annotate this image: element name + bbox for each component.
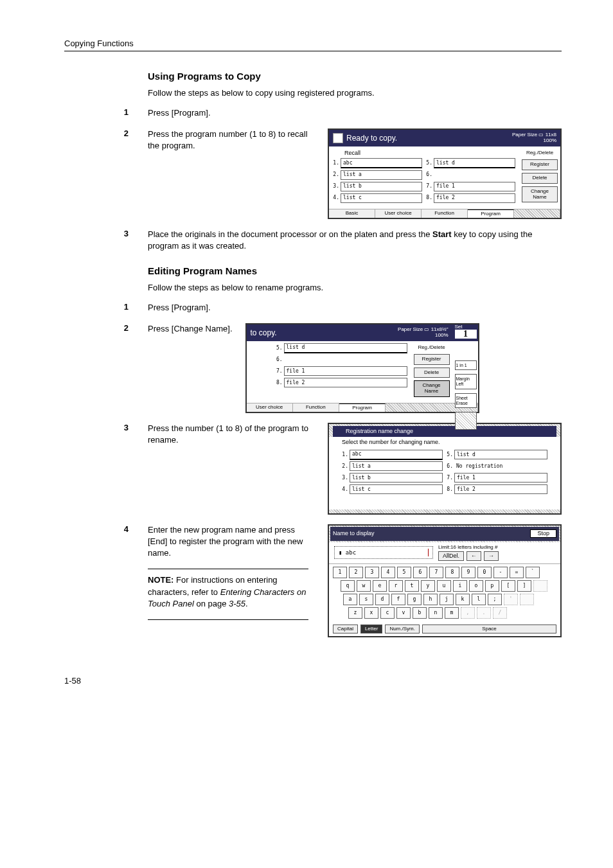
- s2-tab-program[interactable]: Program: [339, 403, 386, 412]
- key-q[interactable]: q: [341, 580, 355, 592]
- s3-prog-4[interactable]: list c: [350, 484, 443, 494]
- screen3-subtitle: Select the number for changing name.: [329, 437, 560, 450]
- key-k[interactable]: k: [456, 594, 470, 605]
- key-2[interactable]: 2: [349, 567, 363, 578]
- quick-1in1[interactable]: 1 in 1: [455, 360, 477, 371]
- s2-tab-user-choice[interactable]: User choice: [247, 403, 293, 412]
- section1-intro: Follow the steps as below to copy using …: [148, 88, 562, 98]
- key-semicolon[interactable]: ;: [488, 594, 502, 605]
- s3-prog-2[interactable]: list a: [350, 461, 443, 471]
- key-7[interactable]: 7: [429, 567, 443, 578]
- key-minus[interactable]: -: [493, 567, 508, 578]
- s2-register-button[interactable]: Register: [414, 354, 450, 365]
- key-n[interactable]: n: [429, 607, 443, 619]
- key-w[interactable]: w: [357, 580, 371, 592]
- key-period[interactable]: .: [477, 607, 491, 619]
- mode-space[interactable]: Space: [422, 624, 556, 633]
- step2-num-4: 4: [64, 524, 148, 534]
- cursor-right-button[interactable]: →: [484, 551, 499, 561]
- key-g[interactable]: g: [407, 594, 422, 605]
- tab-program[interactable]: Program: [468, 209, 514, 218]
- text-cursor-icon: [428, 549, 429, 556]
- key-5[interactable]: 5: [397, 567, 411, 578]
- key-j[interactable]: j: [440, 594, 454, 605]
- alldel-button[interactable]: AllDel.: [438, 551, 464, 561]
- key-c[interactable]: c: [380, 607, 395, 619]
- key-p[interactable]: p: [485, 580, 499, 592]
- cursor-left-button[interactable]: ←: [466, 551, 481, 561]
- mode-num-sym[interactable]: Num./Sym.: [385, 624, 420, 633]
- s3-prog-1[interactable]: abc: [350, 450, 443, 460]
- stop-button[interactable]: Stop: [530, 529, 556, 538]
- key-l[interactable]: l: [472, 594, 486, 605]
- mode-letter[interactable]: Letter: [360, 624, 382, 633]
- running-header: Copying Functions: [64, 39, 562, 51]
- delete-button[interactable]: Delete: [522, 173, 558, 184]
- prog-1[interactable]: abc: [341, 158, 422, 168]
- change-name-button[interactable]: Change Name: [522, 186, 558, 203]
- s3-prog-6-noreg: No registration: [454, 464, 502, 469]
- register-button[interactable]: Register: [522, 159, 558, 170]
- tab-user-choice[interactable]: User choice: [375, 209, 422, 218]
- reg-delete-label: Reg./Delete: [522, 149, 558, 157]
- step2-4-text: Enter the new program name and press [En…: [148, 524, 315, 560]
- step-2-text: Press the program number (1 to 8) to rec…: [148, 128, 315, 152]
- key-rbracket[interactable]: ]: [517, 580, 531, 592]
- tab-basic[interactable]: Basic: [329, 209, 375, 218]
- s2-change-name-button[interactable]: Change Name: [414, 380, 450, 397]
- key-z[interactable]: z: [348, 607, 362, 619]
- key-a[interactable]: a: [343, 594, 357, 605]
- prog-2[interactable]: list a: [341, 170, 422, 180]
- s3-prog-3[interactable]: list b: [350, 473, 443, 483]
- prog-7[interactable]: file 1: [434, 182, 515, 191]
- key-0[interactable]: 0: [477, 567, 492, 578]
- key-u[interactable]: u: [437, 580, 451, 592]
- key-slash[interactable]: /: [493, 607, 507, 619]
- key-d[interactable]: d: [375, 594, 389, 605]
- key-b[interactable]: b: [413, 607, 427, 619]
- s3-prog-5[interactable]: list d: [454, 450, 547, 459]
- key-v[interactable]: v: [396, 607, 411, 619]
- quick-margin-left[interactable]: Margin Left: [455, 374, 477, 389]
- name-input[interactable]: ▮ abc: [334, 546, 433, 559]
- s3-prog-7[interactable]: file 1: [454, 473, 547, 483]
- prog-4[interactable]: list c: [341, 193, 422, 203]
- key-s[interactable]: s: [359, 594, 373, 605]
- key-6[interactable]: 6: [413, 567, 427, 578]
- s2-tab-function[interactable]: Function: [293, 403, 339, 412]
- key-h[interactable]: h: [423, 594, 438, 605]
- key-equals[interactable]: =: [510, 567, 524, 578]
- key-backtick[interactable]: `: [526, 567, 540, 578]
- key-lbracket[interactable]: [: [501, 580, 515, 592]
- key-3[interactable]: 3: [365, 567, 379, 578]
- prog-5[interactable]: list d: [434, 158, 515, 168]
- key-1[interactable]: 1: [333, 567, 347, 578]
- prog-3[interactable]: list b: [341, 182, 422, 191]
- s2-delete-button[interactable]: Delete: [414, 368, 450, 378]
- key-9[interactable]: 9: [461, 567, 475, 578]
- key-e[interactable]: e: [373, 580, 387, 592]
- key-m[interactable]: m: [445, 607, 459, 619]
- key-f[interactable]: f: [391, 594, 405, 605]
- s2-prog-8[interactable]: file 2: [284, 378, 407, 387]
- quick-sheet-erase[interactable]: Sheet Erase: [455, 393, 477, 408]
- key-4[interactable]: 4: [381, 567, 395, 578]
- key-r[interactable]: r: [389, 580, 403, 592]
- key-comma[interactable]: ,: [461, 607, 475, 619]
- key-8[interactable]: 8: [445, 567, 459, 578]
- key-quote[interactable]: ': [504, 594, 518, 605]
- step-1-text: Press [Program].: [148, 107, 559, 119]
- prog-8[interactable]: file 2: [434, 193, 515, 203]
- key-t[interactable]: t: [405, 580, 419, 592]
- step-num-2: 2: [64, 128, 148, 138]
- mode-capital[interactable]: Capital: [333, 624, 358, 633]
- s2-prog-7[interactable]: file 1: [284, 366, 407, 376]
- key-x[interactable]: x: [364, 607, 378, 619]
- s2-prog-5[interactable]: list d: [284, 343, 407, 353]
- key-i[interactable]: i: [453, 580, 467, 592]
- s3-prog-8[interactable]: file 2: [454, 484, 547, 494]
- key-spacer-r3: [520, 594, 534, 605]
- key-y[interactable]: y: [421, 580, 435, 592]
- tab-function[interactable]: Function: [422, 209, 468, 218]
- key-o[interactable]: o: [469, 580, 483, 592]
